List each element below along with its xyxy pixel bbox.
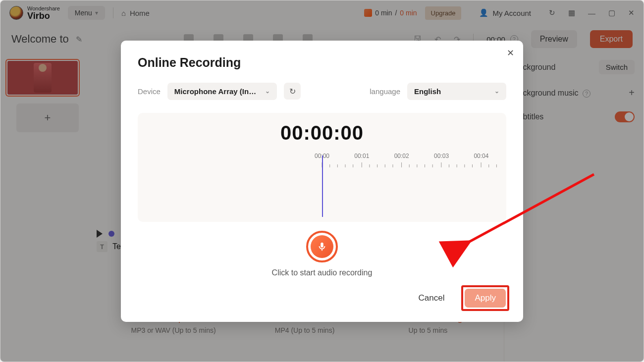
waveform-area: 00:00:00 00:00 00:01 00:02 00:03 00:04	[138, 113, 506, 222]
device-select[interactable]: Microphone Array (In… ⌄	[167, 83, 277, 100]
close-modal-button[interactable]: ✕	[507, 48, 514, 58]
playhead[interactable]	[322, 155, 323, 217]
recording-hint: Click to start audio recording	[138, 268, 506, 277]
modal-title: Online Recording	[138, 55, 506, 70]
apply-button[interactable]: Apply	[465, 289, 506, 308]
device-label: Device	[138, 87, 161, 96]
online-recording-modal: ✕ Online Recording Device Microphone Arr…	[121, 41, 523, 322]
language-value: English	[414, 87, 441, 96]
start-recording-button[interactable]	[306, 231, 338, 262]
recording-timer: 00:00:00	[138, 113, 506, 144]
language-label: language	[370, 87, 400, 96]
svg-rect-23	[321, 242, 323, 247]
language-select[interactable]: English ⌄	[407, 83, 506, 100]
apply-highlight: Apply	[461, 285, 509, 311]
modal-overlay: ✕ Online Recording Device Microphone Arr…	[0, 0, 644, 362]
microphone-icon	[317, 241, 327, 252]
chevron-down-icon: ⌄	[494, 88, 499, 95]
cancel-button[interactable]: Cancel	[409, 288, 455, 308]
chevron-down-icon: ⌄	[265, 88, 270, 95]
refresh-devices-button[interactable]: ↻	[284, 83, 301, 100]
device-value: Microphone Array (In…	[174, 87, 256, 96]
